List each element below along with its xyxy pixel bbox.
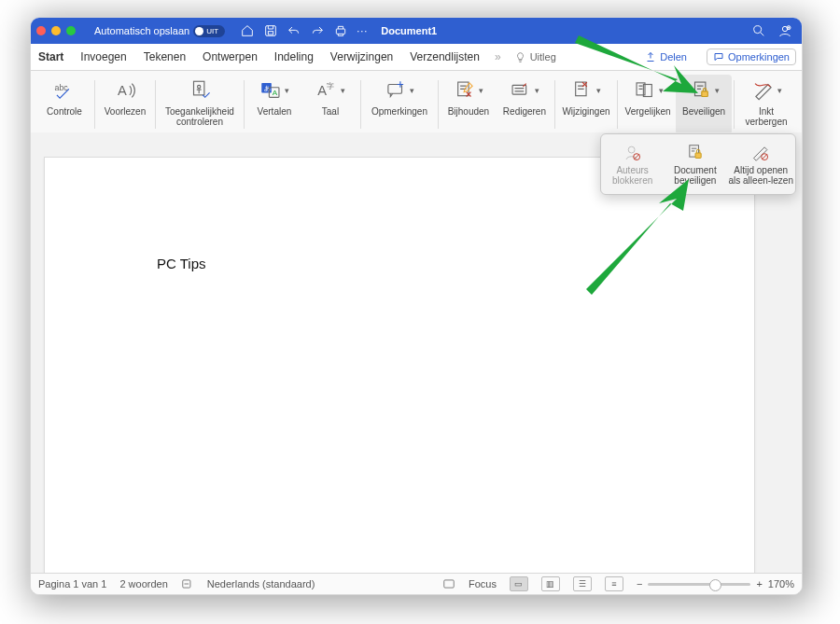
- ribbon-voorlezen[interactable]: A Voorlezen: [97, 75, 153, 134]
- share-button[interactable]: Delen: [638, 49, 693, 65]
- quick-access-toolbar: ···: [240, 23, 368, 38]
- svg-rect-16: [388, 85, 402, 94]
- close-window-button[interactable]: [36, 26, 46, 35]
- print-icon[interactable]: [333, 23, 348, 38]
- display-review-icon: [509, 78, 533, 103]
- block-authors-button[interactable]: Auteurs blokkeren: [601, 134, 664, 194]
- svg-text:A: A: [318, 83, 328, 98]
- autosave-state: UIT: [206, 27, 218, 35]
- svg-point-9: [198, 85, 201, 88]
- overflow-icon[interactable]: ···: [357, 25, 368, 36]
- titlebar: Automatisch opslaan UIT ··· Document1: [31, 18, 802, 44]
- open-readonly-label: Altijd openen als alleen-lezen: [729, 165, 794, 186]
- changes-icon: [570, 78, 595, 103]
- protect-document-icon: [685, 143, 706, 163]
- translate-icon: あA: [259, 78, 283, 103]
- ribbon-beveiligen-label: Beveiligen: [682, 106, 725, 117]
- zoom-out-button[interactable]: −: [637, 578, 642, 589]
- zoom-value[interactable]: 170%: [768, 578, 794, 589]
- traffic-lights: [36, 26, 76, 35]
- autosave-knob: [195, 27, 203, 35]
- tab-verzendlijsten[interactable]: Verzendlijsten: [408, 50, 482, 63]
- home-icon[interactable]: [240, 23, 255, 38]
- ribbon-vergelijken[interactable]: ▾ Vergelijken: [620, 75, 676, 134]
- minimize-window-button[interactable]: [51, 26, 61, 35]
- svg-text:A: A: [118, 83, 127, 98]
- chevron-down-icon: ▾: [715, 86, 720, 95]
- undo-icon[interactable]: [287, 23, 301, 38]
- view-draft[interactable]: ≡: [605, 576, 623, 591]
- protect-document-label: Document beveiligen: [674, 165, 717, 186]
- ribbon-inkt[interactable]: ▾ Inkt verbergen: [736, 75, 796, 134]
- view-print-layout[interactable]: ▭: [510, 576, 528, 591]
- status-language[interactable]: Nederlands (standaard): [207, 578, 315, 589]
- zoom-thumb[interactable]: [709, 579, 721, 591]
- ribbon-wijzigingen-label: Wijzigingen: [562, 106, 609, 117]
- ribbon-vergelijken-label: Vergelijken: [625, 106, 671, 117]
- tabs-overflow-icon[interactable]: »: [495, 50, 501, 63]
- tell-me-label: Uitleg: [530, 51, 556, 62]
- open-readonly-icon: [750, 143, 771, 163]
- app-window: Automatisch opslaan UIT ··· Document1: [30, 17, 803, 595]
- ribbon-opmerkingen[interactable]: ▾ Opmerkingen: [363, 75, 436, 134]
- ribbon-beveiligen[interactable]: ▾ Beveiligen: [676, 75, 732, 134]
- protect-icon: [689, 78, 713, 103]
- spelling-icon: abc: [52, 78, 77, 103]
- svg-text:A: A: [273, 89, 278, 97]
- document-canvas[interactable]: PC Tips: [31, 132, 802, 574]
- chevron-down-icon: ▾: [285, 86, 289, 95]
- redo-icon[interactable]: [310, 23, 325, 38]
- protect-document-button[interactable]: Document beveiligen: [664, 134, 726, 194]
- zoom-slider[interactable]: [648, 583, 750, 586]
- document-page[interactable]: PC Tips: [44, 157, 755, 574]
- read-aloud-icon: A: [113, 78, 137, 103]
- tab-indeling[interactable]: Indeling: [273, 50, 315, 63]
- comments-button[interactable]: Opmerkingen: [707, 49, 796, 65]
- status-focus[interactable]: Focus: [469, 578, 497, 589]
- autosave-toggle[interactable]: UIT: [193, 25, 225, 37]
- ribbon-toegankelijkheid[interactable]: Toegankelijkheid controleren: [158, 75, 242, 134]
- ribbon-vertalen[interactable]: あA▾ Vertalen: [246, 75, 302, 134]
- zoom-window-button[interactable]: [66, 26, 76, 35]
- lightbulb-icon: [514, 51, 526, 63]
- tab-ontwerpen[interactable]: Ontwerpen: [201, 50, 259, 63]
- zoom-in-button[interactable]: +: [756, 578, 762, 589]
- tab-invoegen[interactable]: Invoegen: [78, 50, 128, 63]
- hide-ink-icon: [751, 78, 776, 103]
- chevron-down-icon: ▾: [596, 86, 601, 95]
- ribbon-taal[interactable]: A字▾ Taal: [302, 75, 358, 134]
- ribbon-redigeren-label: Redigeren: [503, 106, 546, 117]
- autosave-label: Automatisch opslaan: [94, 25, 189, 36]
- ribbon-redigeren[interactable]: ▾ Redigeren: [497, 75, 553, 134]
- ribbon-voorlezen-label: Voorlezen: [105, 106, 146, 117]
- zoom-control[interactable]: − + 170%: [637, 578, 794, 589]
- tab-tekenen[interactable]: Tekenen: [142, 50, 188, 63]
- status-page[interactable]: Pagina 1 van 1: [38, 578, 106, 589]
- tab-verwijzingen[interactable]: Verwijzingen: [329, 50, 395, 63]
- account-icon[interactable]: [777, 23, 792, 38]
- tell-me[interactable]: Uitleg: [514, 51, 556, 63]
- search-icon[interactable]: [751, 23, 766, 38]
- chevron-down-icon: ▾: [535, 86, 539, 95]
- ribbon: abc Controle A Voorlezen Toegankelijkhei…: [31, 71, 802, 139]
- save-icon[interactable]: [263, 23, 278, 38]
- tab-start[interactable]: Start: [36, 50, 65, 63]
- ribbon-bijhouden[interactable]: ▾ Bijhouden: [441, 75, 497, 134]
- ribbon-bijhouden-label: Bijhouden: [448, 106, 489, 117]
- view-web-layout[interactable]: ▥: [541, 576, 560, 591]
- status-words[interactable]: 2 woorden: [119, 578, 167, 589]
- ribbon-controle-label: Controle: [47, 106, 82, 117]
- chevron-down-icon: ▾: [479, 86, 483, 95]
- ribbon-opmerkingen-label: Opmerkingen: [371, 106, 427, 117]
- proofing-icon[interactable]: [181, 577, 194, 590]
- view-outline[interactable]: ☰: [573, 576, 592, 591]
- open-readonly-button[interactable]: Altijd openen als alleen-lezen: [727, 134, 796, 194]
- ribbon-taal-label: Taal: [322, 106, 339, 117]
- ribbon-wijzigingen[interactable]: ▾ Wijzigingen: [557, 75, 615, 134]
- ribbon-controle[interactable]: abc Controle: [36, 75, 92, 134]
- autosave-control[interactable]: Automatisch opslaan UIT: [94, 25, 225, 37]
- share-label: Delen: [660, 51, 687, 62]
- focus-icon: [442, 577, 455, 590]
- track-changes-icon: [453, 78, 477, 103]
- document-body-text[interactable]: PC Tips: [157, 256, 206, 271]
